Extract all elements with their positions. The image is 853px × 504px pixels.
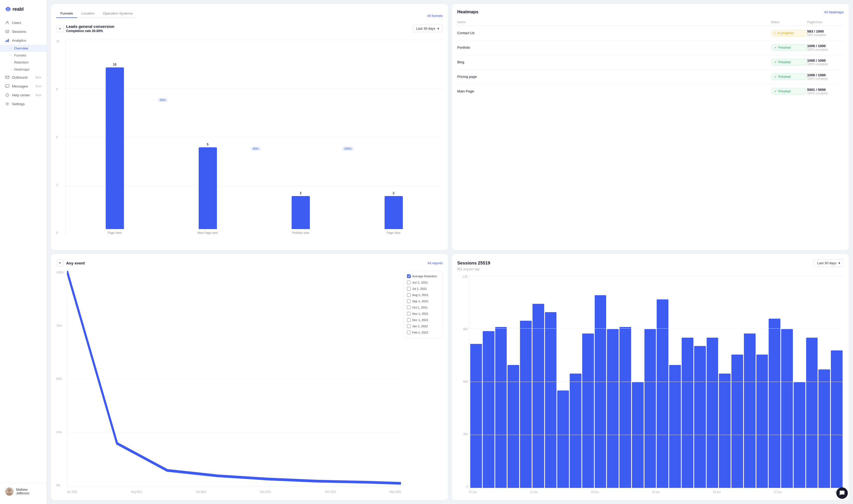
- legend-checkbox-sep21[interactable]: [407, 300, 411, 303]
- sidebar-analytics-label: Analytics: [12, 38, 26, 42]
- session-bar: [719, 374, 731, 488]
- all-heatmaps-link[interactable]: All heatmaps: [824, 10, 843, 14]
- heatmaps-header: Heatmaps All heatmaps: [457, 10, 843, 15]
- sx-27jun: 27 Jun: [774, 491, 782, 493]
- x-label-aug21: Aug 2021: [131, 490, 142, 493]
- sidebar-sub-overview[interactable]: → Overview: [0, 45, 47, 52]
- legend-item-avg[interactable]: Average Retention: [406, 273, 440, 279]
- sidebar-sub-funnels[interactable]: → Funnels: [0, 52, 47, 59]
- tab-funnels[interactable]: Funnels: [56, 10, 77, 18]
- settings-icon: [5, 102, 10, 106]
- bar-3: [291, 196, 310, 229]
- legend-item-jan22[interactable]: Jan 1, 2022: [406, 323, 440, 329]
- legend-checkbox-jul21[interactable]: [407, 287, 411, 290]
- sidebar-item-sessions[interactable]: Sessions: [0, 27, 47, 36]
- legend-item-dec21[interactable]: Dec 1, 2021: [406, 317, 440, 323]
- legend-checkbox-jun21[interactable]: [407, 281, 411, 284]
- sessions-date-dropdown[interactable]: Last 30 days ▾: [814, 259, 843, 267]
- table-row: Main Page ✓ Finished 5001 / 5000 100% co…: [457, 84, 843, 98]
- sessions-date-label: Last 30 days: [817, 261, 836, 265]
- session-bar: [757, 355, 768, 488]
- logo[interactable]: reabl: [0, 4, 47, 18]
- svg-rect-2: [6, 41, 6, 42]
- funnel-info: ▾ Leads general conversion Completion ra…: [56, 24, 443, 33]
- session-bar: [781, 329, 793, 488]
- legend-label-sep21: Sep 1, 2021: [412, 300, 428, 303]
- session-bar: [806, 338, 818, 488]
- sidebar-item-users[interactable]: Users: [0, 18, 47, 27]
- bar-label-4: Page View: [387, 231, 400, 234]
- legend-item-nov21[interactable]: Nov 1, 2021: [406, 310, 440, 317]
- help-icon: ?: [5, 93, 10, 97]
- sy-300: 300: [457, 433, 468, 435]
- svg-point-0: [6, 21, 8, 23]
- sessions-bars-area: [469, 275, 843, 488]
- status-badge-2: ✓ Finished: [771, 59, 807, 65]
- sub-heatmaps-label: Heatmaps: [14, 68, 30, 71]
- legend-checkbox-nov21[interactable]: [407, 312, 411, 316]
- status-badge-4: ✓ Finished: [771, 88, 807, 94]
- user-profile[interactable]: Mathew Jefferson: [0, 483, 47, 500]
- legend-item-aug21[interactable]: Aug 1, 2021: [406, 292, 440, 298]
- retention-title: Any event: [66, 261, 85, 265]
- tab-location[interactable]: Location: [77, 10, 99, 18]
- main-content: Funnels Location Operation Systems All f…: [47, 0, 853, 504]
- status-badge-1: ✓ Finished: [771, 44, 807, 51]
- bar-label-3: Portfolio view: [292, 231, 309, 234]
- col-header-pageviews: Pageviews: [807, 20, 843, 24]
- x-label-jun21: Jun 2021: [67, 490, 77, 493]
- legend-item-feb22[interactable]: Feb 1, 2022: [406, 329, 440, 336]
- legend-checkbox-aug21[interactable]: [407, 293, 411, 297]
- sidebar-help-label: Help center: [12, 93, 30, 97]
- sidebar-item-analytics[interactable]: Analytics: [0, 36, 47, 45]
- pageviews-main-0: 583 / 1000: [807, 30, 843, 33]
- date-range-dropdown[interactable]: Last 30 days ▾: [413, 25, 443, 32]
- sidebar-item-outbound[interactable]: Outbound Soon: [0, 73, 47, 82]
- legend-checkbox-feb22[interactable]: [407, 330, 411, 334]
- play-icon: ▷: [774, 32, 776, 34]
- legend-checkbox-dec21[interactable]: [407, 318, 411, 322]
- y-axis-labels: 0 3 6 9 12: [56, 40, 64, 234]
- legend-item-jun21[interactable]: Jun 1, 2021: [406, 279, 440, 286]
- sessions-x-labels: 07 Jun 11 Jun 15 Jun 19 Jun 23 Jun 27 Ju…: [469, 491, 843, 493]
- y-100: 100%: [56, 271, 65, 274]
- pageviews-sub-1: 100% complete: [807, 48, 843, 51]
- legend-item-jul21[interactable]: Jul 1, 2021: [406, 286, 440, 292]
- all-reports-link[interactable]: All reports: [427, 261, 443, 265]
- sidebar-sub-retention[interactable]: → Retention: [0, 59, 47, 66]
- sidebar-sub-heatmaps[interactable]: → Heatmaps: [0, 66, 47, 73]
- funnels-tabs: Funnels Location Operation Systems: [56, 10, 137, 18]
- status-label-2: Finished: [778, 60, 790, 64]
- legend-item-oct21[interactable]: Oct 1, 2021: [406, 304, 440, 310]
- check-icon: ✓: [774, 89, 777, 93]
- svg-point-10: [7, 488, 11, 492]
- sub-funnels-label: Funnels: [14, 53, 26, 57]
- sidebar-settings-label: Settings: [12, 102, 25, 106]
- tab-operation-systems[interactable]: Operation Systems: [99, 10, 137, 18]
- collapse-button[interactable]: ▾: [56, 25, 64, 32]
- chat-bubble[interactable]: [836, 487, 848, 499]
- session-bar: [470, 344, 482, 488]
- sessions-title: Sessions 25519: [457, 260, 490, 266]
- retention-collapse-btn[interactable]: ▾: [56, 259, 64, 267]
- bar-value-1: 10: [113, 63, 117, 66]
- status-badge-3: ✓ Finished: [771, 73, 807, 80]
- table-row: Blog ✓ Finished 1000 / 1000 100% complet…: [457, 55, 843, 70]
- session-bar: [532, 304, 544, 488]
- all-funnels-link[interactable]: All funnels: [427, 14, 443, 18]
- bar-label-2: Main Page view: [198, 231, 218, 234]
- x-label-may22: May 2022: [390, 490, 401, 493]
- user-icon: [5, 21, 10, 25]
- legend-checkbox-jan22[interactable]: [407, 324, 411, 328]
- legend-checkbox-oct21[interactable]: [407, 306, 411, 309]
- sidebar-item-help-center[interactable]: ? Help center Soon: [0, 91, 47, 100]
- sessions-y-labels: 0 300 600 900 1.2K: [457, 275, 468, 488]
- avatar: [5, 487, 14, 496]
- row-name-0: Contact Us: [457, 31, 771, 35]
- legend-item-sep21[interactable]: Sep 1, 2021: [406, 298, 440, 304]
- legend-checkbox-avg[interactable]: [407, 274, 411, 278]
- sidebar-item-messages[interactable]: Messages Soon: [0, 82, 47, 91]
- sidebar-item-settings[interactable]: Settings: [0, 100, 47, 108]
- x-label-dec21: Dec 2021: [260, 490, 271, 493]
- funnels-panel: Funnels Location Operation Systems All f…: [51, 4, 448, 250]
